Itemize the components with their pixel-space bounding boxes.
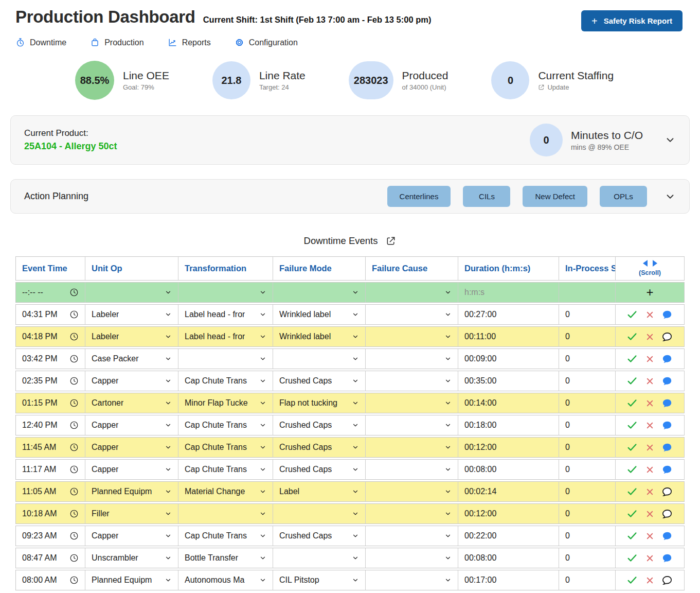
delete-icon[interactable]	[645, 465, 655, 475]
event-time-value[interactable]: 11:05 AM	[22, 487, 56, 496]
new-failure-cause-select[interactable]	[372, 289, 452, 296]
failure-cause-select[interactable]	[372, 422, 452, 429]
add-row-button[interactable]: +	[622, 286, 678, 299]
transformation-select[interactable]: Label head - fror	[185, 332, 266, 341]
delete-icon[interactable]	[645, 553, 655, 563]
duration-value[interactable]: 00:12:00	[464, 443, 496, 451]
scrap-value[interactable]: 0	[565, 398, 570, 407]
new-defect-button[interactable]: New Defect	[523, 186, 587, 207]
unit-op-select[interactable]: Capper	[92, 421, 172, 430]
scroll-left-icon[interactable]	[643, 260, 648, 267]
duration-value[interactable]: 00:35:00	[464, 376, 496, 385]
nav-item-downtime[interactable]: Downtime	[15, 38, 66, 47]
comment-icon[interactable]	[661, 574, 673, 586]
unit-op-select[interactable]: Cartoner	[92, 398, 172, 408]
duration-value[interactable]: 00:08:00	[464, 553, 496, 562]
comment-icon[interactable]	[661, 397, 673, 409]
failure-cause-select[interactable]	[372, 532, 452, 539]
chevron-down-icon[interactable]	[665, 134, 676, 146]
event-time-value[interactable]: 09:23 AM	[22, 531, 57, 540]
unit-op-select[interactable]: Planned Equipm	[92, 487, 172, 496]
transformation-select[interactable]: Label head - fror	[185, 310, 266, 319]
scrap-value[interactable]: 0	[565, 509, 570, 518]
scrap-value[interactable]: 0	[565, 310, 570, 319]
scrap-value[interactable]: 0	[565, 553, 570, 562]
transformation-select[interactable]: Bottle Transfer	[185, 553, 266, 563]
failure-mode-select[interactable]: Crushed Caps	[279, 443, 359, 452]
confirm-icon[interactable]	[626, 309, 638, 320]
comment-icon[interactable]	[661, 309, 673, 321]
clock-icon[interactable]	[69, 398, 79, 408]
nav-item-configuration[interactable]: Configuration	[235, 38, 298, 47]
clock-icon[interactable]	[69, 443, 79, 452]
duration-value[interactable]: 00:27:00	[464, 310, 496, 319]
event-time-value[interactable]: 03:42 PM	[22, 354, 57, 363]
transformation-select[interactable]: Autonomous Ma	[185, 575, 266, 585]
chevron-down-icon[interactable]	[665, 191, 676, 202]
transformation-select[interactable]	[185, 355, 266, 362]
delete-icon[interactable]	[645, 575, 655, 585]
failure-mode-select[interactable]: Label	[279, 487, 359, 496]
unit-op-select[interactable]: Labeler	[92, 310, 172, 319]
unit-op-select[interactable]: Capper	[92, 531, 172, 540]
failure-mode-select[interactable]: Crushed Caps	[279, 376, 359, 386]
event-time-value[interactable]: 11:17 AM	[22, 465, 56, 474]
transformation-select[interactable]: Minor Flap Tucke	[185, 398, 266, 408]
clock-icon[interactable]	[69, 575, 79, 585]
duration-value[interactable]: 00:14:00	[464, 398, 496, 407]
comment-icon[interactable]	[661, 508, 673, 520]
delete-icon[interactable]	[645, 487, 655, 497]
failure-cause-select[interactable]	[372, 311, 452, 318]
comment-icon[interactable]	[661, 442, 673, 454]
failure-cause-select[interactable]	[372, 399, 452, 407]
failure-mode-select[interactable]: Crushed Caps	[279, 421, 359, 430]
clock-icon[interactable]	[69, 421, 79, 430]
staffing-update-link[interactable]: Update	[538, 83, 614, 91]
failure-mode-select[interactable]: Flap not tucking	[279, 398, 359, 408]
confirm-icon[interactable]	[626, 420, 638, 431]
failure-cause-select[interactable]	[372, 510, 452, 517]
comment-icon[interactable]	[661, 353, 673, 365]
clock-icon[interactable]	[69, 354, 79, 363]
unit-op-select[interactable]: Capper	[92, 376, 172, 386]
opls-button[interactable]: OPLs	[600, 186, 647, 207]
failure-mode-select[interactable]	[279, 355, 359, 362]
duration-value[interactable]: 00:09:00	[464, 354, 496, 363]
scrap-value[interactable]: 0	[565, 443, 570, 451]
cils-button[interactable]: CILs	[463, 186, 510, 207]
comment-icon[interactable]	[661, 486, 673, 498]
clock-icon[interactable]	[69, 487, 79, 496]
delete-icon[interactable]	[645, 354, 655, 364]
failure-mode-select[interactable]: Crushed Caps	[279, 531, 359, 540]
event-time-value[interactable]: 12:40 PM	[22, 421, 57, 430]
delete-icon[interactable]	[645, 509, 655, 519]
scrap-value[interactable]: 0	[565, 575, 570, 584]
comment-icon[interactable]	[661, 331, 673, 343]
duration-value[interactable]: 00:22:00	[464, 531, 496, 540]
clock-icon[interactable]	[69, 310, 79, 319]
event-time-value[interactable]: 08:00 AM	[22, 575, 57, 585]
unit-op-select[interactable]: Unscrambler	[92, 553, 172, 563]
failure-cause-select[interactable]	[372, 444, 452, 451]
transformation-select[interactable]: Cap Chute Trans	[185, 421, 266, 430]
transformation-select[interactable]: Cap Chute Trans	[185, 465, 266, 474]
event-time-value[interactable]: 02:35 PM	[22, 376, 57, 386]
event-time-value[interactable]: 01:15 PM	[22, 398, 57, 408]
event-time-value[interactable]: 04:31 PM	[22, 310, 57, 319]
nav-item-reports[interactable]: Reports	[168, 38, 211, 47]
confirm-icon[interactable]	[626, 375, 638, 387]
nav-item-production[interactable]: Production	[90, 38, 144, 47]
delete-icon[interactable]	[645, 531, 655, 541]
confirm-icon[interactable]	[626, 442, 638, 453]
event-time-value[interactable]: 08:47 AM	[22, 553, 57, 563]
clock-icon[interactable]	[69, 553, 79, 563]
clock-icon[interactable]	[69, 531, 79, 540]
transformation-select[interactable]	[185, 510, 266, 517]
confirm-icon[interactable]	[626, 552, 638, 564]
duration-value[interactable]: 00:08:00	[464, 465, 496, 474]
scrap-value[interactable]: 0	[565, 465, 570, 474]
new-unit-op-select[interactable]	[92, 289, 172, 296]
confirm-icon[interactable]	[626, 353, 638, 364]
failure-mode-select[interactable]: Wrinkled label	[279, 332, 359, 341]
failure-mode-select[interactable]: CIL Pitstop	[279, 575, 359, 585]
